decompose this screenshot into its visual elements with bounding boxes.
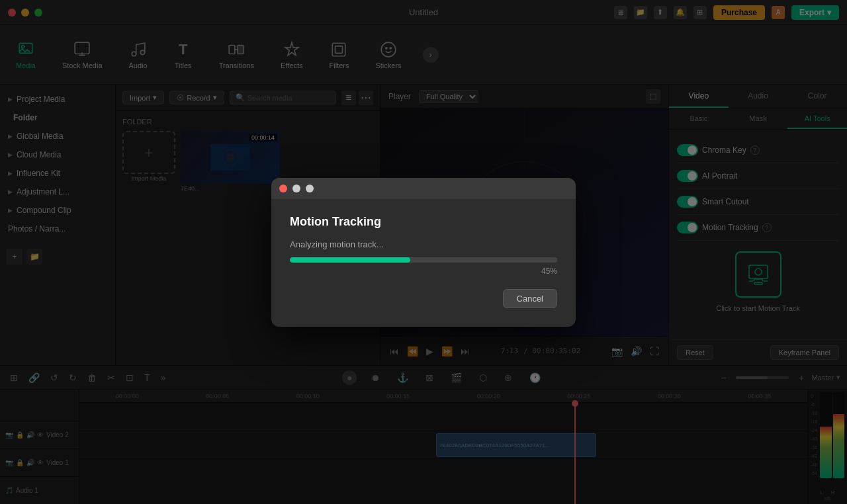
- modal-titlebar: [271, 178, 576, 199]
- modal-status: Analyzing motion track...: [290, 239, 557, 249]
- modal-body: Motion Tracking Analyzing motion track..…: [271, 199, 576, 327]
- progress-percentage: 45%: [290, 267, 557, 276]
- modal-footer: Cancel: [290, 289, 557, 311]
- cancel-button[interactable]: Cancel: [503, 289, 557, 308]
- modal-maximize-btn[interactable]: [306, 185, 314, 192]
- progress-bar-background: [290, 257, 557, 263]
- motion-tracking-modal: Motion Tracking Analyzing motion track..…: [271, 178, 576, 327]
- modal-minimize-btn[interactable]: [292, 185, 300, 192]
- progress-bar-fill: [290, 257, 410, 263]
- modal-overlay: Motion Tracking Analyzing motion track..…: [0, 0, 847, 504]
- modal-title: Motion Tracking: [290, 215, 557, 229]
- modal-close-btn[interactable]: [279, 185, 287, 192]
